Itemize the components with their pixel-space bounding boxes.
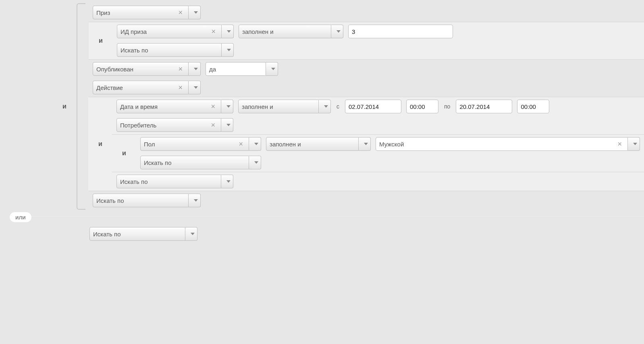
from-label: с bbox=[336, 103, 340, 110]
chevron-down-icon bbox=[324, 105, 328, 108]
value-select-published[interactable]: да bbox=[206, 62, 266, 76]
operator-select-filled[interactable]: заполнен и bbox=[239, 25, 331, 38]
value-select-published-label: да bbox=[209, 66, 262, 73]
date-to-input[interactable]: 20.07.2014 bbox=[456, 100, 512, 113]
dropdown-toggle[interactable] bbox=[221, 118, 233, 132]
chevron-down-icon bbox=[364, 143, 368, 145]
dropdown-toggle[interactable] bbox=[359, 137, 371, 151]
chevron-down-icon bbox=[226, 180, 231, 183]
dropdown-toggle[interactable] bbox=[221, 100, 233, 113]
group-operator-and: и bbox=[112, 135, 136, 172]
field-select-prize[interactable]: Приз × bbox=[93, 6, 189, 19]
clear-icon[interactable]: × bbox=[209, 28, 218, 35]
chevron-down-icon bbox=[254, 143, 258, 145]
field-select-consumer-label: Потребитель bbox=[120, 122, 208, 129]
divider bbox=[31, 217, 644, 218]
operator-select-label: заполнен и bbox=[242, 28, 328, 35]
group-operator-and: и bbox=[52, 3, 77, 210]
dropdown-toggle[interactable] bbox=[189, 6, 201, 19]
dropdown-toggle[interactable] bbox=[628, 137, 640, 151]
clear-icon[interactable]: × bbox=[615, 140, 624, 148]
filter-builder: и Приз × и bbox=[0, 0, 644, 255]
group-operator-and: и bbox=[89, 22, 113, 59]
dropdown-toggle[interactable] bbox=[266, 62, 278, 76]
clear-icon[interactable]: × bbox=[176, 65, 185, 73]
field-select-gender-label: Пол bbox=[144, 141, 236, 148]
clear-icon[interactable]: × bbox=[176, 9, 185, 16]
dropdown-toggle[interactable] bbox=[222, 25, 234, 38]
chevron-down-icon bbox=[194, 199, 198, 202]
dropdown-toggle[interactable] bbox=[185, 227, 197, 241]
chevron-down-icon bbox=[226, 105, 231, 108]
dropdown-toggle[interactable] bbox=[189, 194, 201, 207]
clear-icon[interactable]: × bbox=[208, 103, 218, 110]
field-select-prize-id[interactable]: ИД приза × bbox=[117, 25, 222, 38]
operator-select-label: заполнен и bbox=[270, 141, 355, 148]
value-input-prize-id[interactable]: 3 bbox=[348, 25, 453, 38]
field-select-datetime[interactable]: Дата и время × bbox=[116, 100, 221, 113]
or-operator-pill[interactable]: или bbox=[10, 212, 31, 222]
dropdown-toggle[interactable] bbox=[319, 100, 331, 113]
field-select-search-by[interactable]: Искать по bbox=[140, 156, 249, 169]
bracket-icon bbox=[77, 3, 85, 210]
field-select-published[interactable]: Опубликован × bbox=[93, 62, 189, 76]
chevron-down-icon bbox=[227, 49, 231, 51]
field-select-gender[interactable]: Пол × bbox=[140, 137, 249, 151]
operator-select-filled[interactable]: заполнен и bbox=[238, 100, 319, 113]
chevron-down-icon bbox=[194, 68, 198, 70]
clear-icon[interactable]: × bbox=[208, 121, 218, 129]
field-select-search-by[interactable]: Искать по bbox=[89, 227, 185, 241]
time-from-input[interactable]: 00:00 bbox=[406, 100, 438, 113]
field-select-published-label: Опубликован bbox=[96, 66, 176, 73]
chevron-down-icon bbox=[633, 143, 637, 145]
chevron-down-icon bbox=[227, 30, 231, 33]
chevron-down-icon bbox=[191, 233, 195, 235]
dropdown-toggle[interactable] bbox=[222, 43, 234, 57]
search-by-label: Искать по bbox=[144, 159, 245, 166]
to-label: по bbox=[443, 103, 451, 110]
chevron-down-icon bbox=[226, 124, 231, 126]
and-label: и bbox=[92, 140, 108, 148]
dropdown-toggle[interactable] bbox=[249, 137, 261, 151]
date-from-input[interactable]: 02.07.2014 bbox=[345, 100, 401, 113]
dropdown-toggle[interactable] bbox=[221, 175, 233, 188]
search-by-label: Искать по bbox=[96, 197, 185, 204]
value-select-gender[interactable]: Мужской × bbox=[376, 137, 628, 151]
search-by-label: Искать по bbox=[120, 178, 218, 185]
field-select-search-by[interactable]: Искать по bbox=[116, 175, 221, 188]
field-select-consumer[interactable]: Потребитель × bbox=[116, 118, 221, 132]
and-label: и bbox=[116, 150, 132, 157]
clear-icon[interactable]: × bbox=[236, 140, 245, 148]
and-label: и bbox=[93, 37, 109, 44]
chevron-down-icon bbox=[271, 68, 275, 70]
time-to-input[interactable]: 00:00 bbox=[517, 100, 549, 113]
chevron-down-icon bbox=[337, 30, 341, 33]
field-select-search-by[interactable]: Искать по bbox=[93, 194, 189, 207]
dropdown-toggle[interactable] bbox=[249, 156, 261, 169]
field-select-prize-id-label: ИД приза bbox=[120, 28, 209, 35]
dropdown-toggle[interactable] bbox=[189, 81, 201, 94]
search-by-label: Искать по bbox=[93, 231, 182, 238]
value-select-gender-label: Мужской bbox=[379, 141, 615, 148]
clear-icon[interactable]: × bbox=[176, 84, 185, 91]
group-operator-and: и bbox=[88, 97, 112, 191]
operator-select-filled[interactable]: заполнен и bbox=[266, 137, 359, 151]
search-by-label: Искать по bbox=[120, 47, 218, 54]
field-select-search-by[interactable]: Искать по bbox=[117, 43, 222, 57]
and-label: и bbox=[56, 103, 73, 110]
chevron-down-icon bbox=[254, 161, 258, 164]
dropdown-toggle[interactable] bbox=[189, 62, 201, 76]
dropdown-toggle[interactable] bbox=[331, 25, 343, 38]
chevron-down-icon bbox=[194, 11, 198, 14]
operator-select-label: заполнен и bbox=[242, 103, 315, 110]
field-select-datetime-label: Дата и время bbox=[120, 103, 208, 110]
field-select-action-label: Действие bbox=[96, 84, 176, 91]
field-select-action[interactable]: Действие × bbox=[93, 81, 189, 94]
chevron-down-icon bbox=[194, 86, 198, 89]
field-select-prize-label: Приз bbox=[96, 9, 176, 16]
